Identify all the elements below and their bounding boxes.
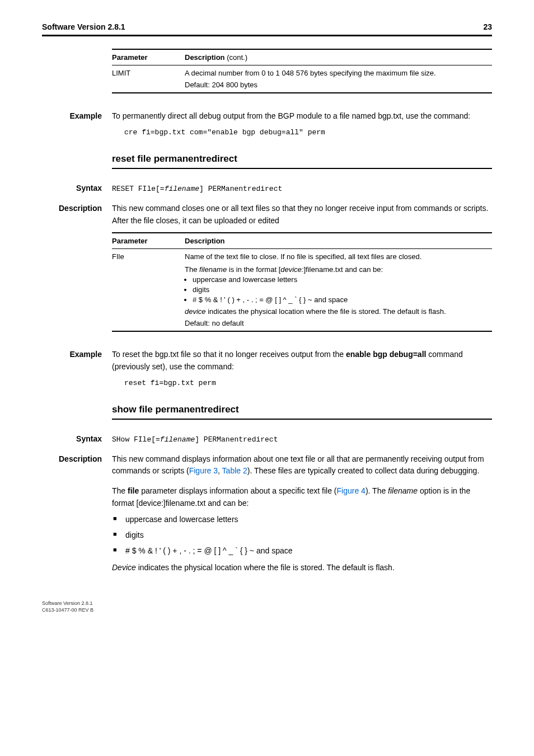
param-table-limit: Parameter Description (cont.) LIMIT A de…: [112, 49, 492, 93]
description-label: Description: [42, 203, 112, 227]
description-label-2: Description: [42, 453, 112, 574]
list-item: uppercase and lowercase letters: [113, 514, 492, 526]
header-rule: [42, 35, 492, 36]
cell-limit: LIMIT: [112, 65, 185, 93]
cell-file-desc: Name of the text file to close. If no fi…: [185, 249, 492, 331]
param-table-file: Parameter Description FIle Name of the t…: [112, 232, 492, 332]
syntax-row-1: Syntax RESET FIle[=filename] PERManentre…: [112, 182, 492, 195]
code-example-1: cre fi=bgp.txt com="enable bgp debug=all…: [124, 128, 492, 137]
description-row-1: Description This new command closes one …: [112, 203, 492, 227]
list-item: # $ % & ! ' ( ) + , - . ; = @ [ ] ^ _ ` …: [193, 295, 492, 304]
code-example-2: reset fi=bgp.txt perm: [124, 379, 492, 387]
section-rule: [112, 168, 492, 169]
header-left: Software Version 2.8.1: [42, 22, 125, 31]
example-block-2: Example To reset the bgp.txt file so tha…: [112, 349, 492, 373]
description-row-2: Description This new command displays in…: [112, 453, 492, 574]
example-label: Example: [42, 110, 112, 123]
syntax-label-2: Syntax: [42, 433, 112, 445]
cell-file: FIle: [112, 249, 185, 331]
cell-limit-desc: A decimal number from 0 to 1 048 576 byt…: [185, 65, 492, 93]
list-item: digits: [193, 285, 492, 294]
running-head: Software Version 2.8.1 23: [42, 22, 492, 31]
example-block-1: Example To permanently direct all debug …: [112, 110, 492, 123]
description-text: This new command closes one or all text …: [112, 203, 492, 227]
section-rule-2: [112, 419, 492, 420]
syntax-code-2: SHow FIle[=filename] PERManentredirect: [112, 435, 278, 444]
syntax-code: RESET FIle[=filename] PERManentredirect: [112, 185, 282, 193]
example-label-2: Example: [42, 349, 112, 373]
list-item: # $ % & ! ' ( ) + , - . ; = @ [ ] ^ _ ` …: [113, 545, 492, 557]
th-description-2: Description: [185, 233, 492, 249]
th-parameter: Parameter: [112, 49, 185, 65]
section-title-show: show file permanentredirect: [112, 404, 492, 415]
syntax-row-2: Syntax SHow FIle[=filename] PERManentred…: [112, 433, 492, 445]
section-title-reset: reset file permanentredirect: [112, 153, 492, 165]
list-item: digits: [113, 529, 492, 542]
description-text-2: This new command displays information ab…: [112, 453, 492, 574]
list-item: uppercase and lowercase letters: [193, 275, 492, 284]
th-description: Description (cont.): [185, 49, 492, 65]
example-text-2: To reset the bgp.txt file so that it no …: [112, 349, 492, 373]
header-right: 23: [483, 22, 492, 31]
example-text: To permanently direct all debug output f…: [112, 110, 492, 123]
syntax-label: Syntax: [42, 182, 112, 195]
page-footer: Software Version 2.8.1 C613-10477-00 REV…: [42, 600, 492, 613]
th-parameter-2: Parameter: [112, 233, 185, 249]
